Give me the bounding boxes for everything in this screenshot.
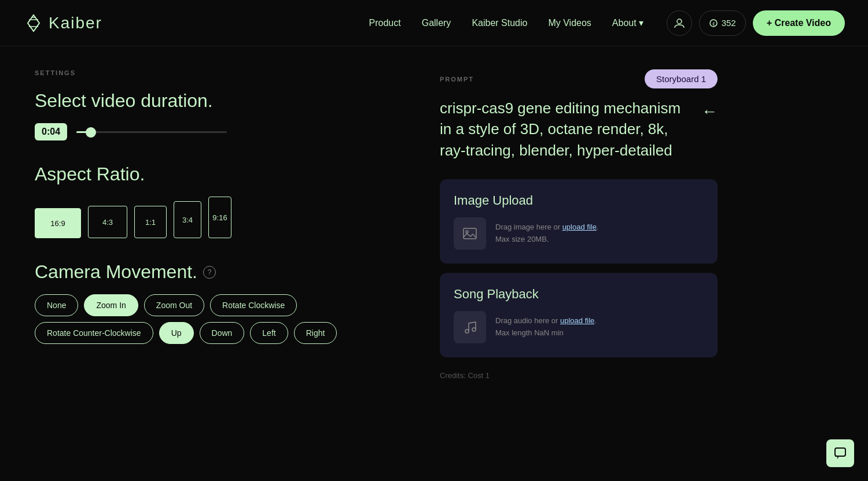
camera-up-button[interactable]: Up xyxy=(159,322,194,344)
user-profile-button[interactable] xyxy=(667,10,692,36)
image-upload-area[interactable]: Drag image here or upload file. Max size… xyxy=(454,217,704,250)
duration-row: 0:04 xyxy=(35,123,393,140)
prompt-label: PROMPT xyxy=(440,76,474,83)
aspect-ratio-title: Aspect Ratio. xyxy=(35,164,393,185)
svg-point-5 xyxy=(465,330,469,333)
song-upload-area[interactable]: Drag audio here or upload file. Max leng… xyxy=(454,311,704,343)
camera-movement-section: Camera Movement. ? None Zoom In Zoom Out… xyxy=(35,261,393,344)
prompt-header: PROMPT Storyboard 1 xyxy=(440,69,718,88)
credits-bottom: Credits: Cost 1 xyxy=(440,371,718,380)
navigation: Kaiber Product Gallery Kaiber Studio My … xyxy=(0,0,868,46)
camera-left-button[interactable]: Left xyxy=(250,322,288,344)
user-icon xyxy=(674,17,685,29)
slider-thumb[interactable] xyxy=(86,127,96,138)
chat-icon xyxy=(834,447,847,460)
camera-zoom-out-button[interactable]: Zoom Out xyxy=(144,294,204,316)
song-upload-link[interactable]: upload file xyxy=(560,316,594,325)
song-playback-title: Song Playback xyxy=(454,287,704,302)
logo-icon xyxy=(23,13,44,34)
aspect-16-9-button[interactable]: 16:9 xyxy=(35,208,81,238)
camera-zoom-in-button[interactable]: Zoom In xyxy=(84,294,138,316)
svg-point-4 xyxy=(466,231,468,233)
image-icon xyxy=(462,225,478,242)
create-video-button[interactable]: + Create Video xyxy=(753,10,845,36)
storyboard-badge[interactable]: Storyboard 1 xyxy=(645,69,718,88)
prompt-text-area: crispr-cas9 gene editing mechanismin a s… xyxy=(440,98,718,161)
svg-rect-7 xyxy=(835,448,845,456)
image-upload-card: Image Upload Drag image here or upload f… xyxy=(440,179,718,264)
settings-label: SETTINGS xyxy=(35,69,393,76)
aspect-1-1-button[interactable]: 1:1 xyxy=(134,206,167,238)
nav-actions: ₵ 352 + Create Video xyxy=(667,10,845,36)
help-icon[interactable]: ? xyxy=(203,266,216,279)
aspect-ratio-section: Aspect Ratio. 16:9 4:3 1:1 3:4 9:16 xyxy=(35,164,393,238)
music-icon xyxy=(462,319,478,335)
song-playback-card: Song Playback Drag audio here or upload … xyxy=(440,273,718,357)
prompt-panel: PROMPT Storyboard 1 crispr-cas9 gene edi… xyxy=(440,69,718,380)
camera-title-row: Camera Movement. ? xyxy=(35,261,393,283)
nav-my-videos[interactable]: My Videos xyxy=(548,18,591,28)
nav-about[interactable]: About ▾ xyxy=(612,17,643,28)
svg-text:₵: ₵ xyxy=(712,21,715,27)
nav-gallery[interactable]: Gallery xyxy=(422,18,451,28)
duration-title: Select video duration. xyxy=(35,90,393,112)
camera-rotate-counter-clockwise-button[interactable]: Rotate Counter-Clockwise xyxy=(35,322,153,344)
camera-rotate-clockwise-button[interactable]: Rotate Clockwise xyxy=(210,294,297,316)
camera-none-button[interactable]: None xyxy=(35,294,78,316)
prompt-content: crispr-cas9 gene editing mechanismin a s… xyxy=(440,98,692,161)
chevron-down-icon: ▾ xyxy=(639,17,643,28)
nav-links: Product Gallery Kaiber Studio My Videos … xyxy=(369,17,643,28)
aspect-9-16-button[interactable]: 9:16 xyxy=(208,197,231,238)
svg-rect-3 xyxy=(464,228,476,239)
svg-point-0 xyxy=(677,19,682,24)
song-upload-text: Drag audio here or upload file. Max leng… xyxy=(495,315,597,339)
camera-right-button[interactable]: Right xyxy=(294,322,337,344)
logo[interactable]: Kaiber xyxy=(23,13,102,34)
aspect-4-3-button[interactable]: 4:3 xyxy=(88,206,127,238)
camera-movement-buttons: None Zoom In Zoom Out Rotate Clockwise R… xyxy=(35,294,393,344)
settings-panel: SETTINGS Select video duration. 0:04 Asp… xyxy=(35,69,393,380)
logo-text: Kaiber xyxy=(49,14,102,32)
back-arrow-button[interactable]: ← xyxy=(701,100,718,123)
duration-badge: 0:04 xyxy=(35,123,67,140)
image-upload-link[interactable]: upload file xyxy=(562,223,597,231)
image-upload-icon-box xyxy=(454,217,486,250)
svg-point-6 xyxy=(472,328,476,331)
image-upload-title: Image Upload xyxy=(454,193,704,208)
chat-button[interactable] xyxy=(826,439,854,467)
aspect-3-4-button[interactable]: 3:4 xyxy=(174,201,201,238)
image-upload-text: Drag image here or upload file. Max size… xyxy=(495,221,599,246)
main-content: SETTINGS Select video duration. 0:04 Asp… xyxy=(0,46,868,403)
nav-product[interactable]: Product xyxy=(369,18,401,28)
credits-button[interactable]: ₵ 352 xyxy=(699,10,746,36)
song-upload-icon-box xyxy=(454,311,486,343)
duration-slider[interactable] xyxy=(76,131,227,133)
credits-icon: ₵ xyxy=(709,18,718,28)
nav-kaiber-studio[interactable]: Kaiber Studio xyxy=(472,18,527,28)
camera-down-button[interactable]: Down xyxy=(200,322,245,344)
aspect-options: 16:9 4:3 1:1 3:4 9:16 xyxy=(35,197,393,238)
camera-movement-title: Camera Movement. xyxy=(35,261,197,283)
